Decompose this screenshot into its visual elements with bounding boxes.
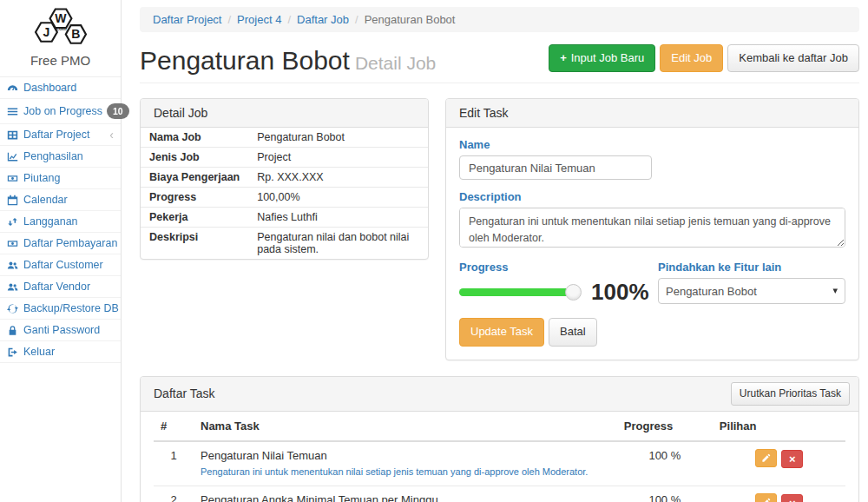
breadcrumb-link-project-4[interactable]: Project 4 <box>237 13 281 26</box>
sidebar-item-daftar-customer[interactable]: Daftar Customer <box>0 254 121 276</box>
input-job-baru-button[interactable]: + Input Job Baru <box>549 44 655 72</box>
batal-button[interactable]: Batal <box>549 318 597 346</box>
sidebar-item-label: Daftar Customer <box>23 259 103 271</box>
sidebar-item-piutang[interactable]: Piutang <box>0 168 121 189</box>
detail-job-panel: Detail Job Nama Job Pengaturan Bobot Jen… <box>140 98 429 260</box>
sidebar-item-label: Daftar Pembayaran <box>23 237 117 249</box>
detail-job-table: Nama Job Pengaturan Bobot Jenis Job Proj… <box>141 128 428 259</box>
money-icon <box>7 238 19 249</box>
users-icon <box>7 260 19 271</box>
sidebar-item-daftar-vendor[interactable]: Daftar Vendor <box>0 276 121 298</box>
detail-row: Jenis Job Project <box>141 148 428 168</box>
input-job-baru-label: Input Job Baru <box>571 50 645 66</box>
sidebar-item-label: Daftar Vendor <box>23 281 90 293</box>
sidebar-item-label: Langganan <box>23 215 78 228</box>
detail-label: Progress <box>141 188 248 208</box>
detail-label: Nama Job <box>141 128 248 148</box>
sidebar-item-dashboard[interactable]: Dashboard <box>0 77 121 99</box>
edit-job-button[interactable]: Edit Job <box>660 44 723 72</box>
lock-icon <box>7 325 19 336</box>
sidebar-item-penghasilan[interactable]: Penghasilan <box>0 146 121 168</box>
edit-task-panel: Edit Task Name Description Pengaturan in… <box>445 98 859 360</box>
task-actions: × <box>713 441 845 486</box>
description-label: Description <box>459 190 845 203</box>
sidebar-item-job-on-progress[interactable]: Job on Progress 10 <box>0 99 121 124</box>
detail-value: Rp. XXX.XXX <box>248 168 428 188</box>
edit-task-actions: Update Task Batal <box>459 318 845 346</box>
sidebar-item-langganan[interactable]: Langganan <box>0 211 121 233</box>
update-task-button[interactable]: Update Task <box>459 318 544 346</box>
task-description-textarea[interactable]: Pengaturan ini untuk menentukan nilai se… <box>459 208 845 248</box>
dashboard-icon <box>7 83 19 94</box>
task-description: Pengaturan ini untuk menentukan nilai se… <box>201 465 610 479</box>
sidebar-item-keluar[interactable]: Keluar <box>0 341 121 363</box>
main-content: Daftar Project/Project 4/Daftar Job/Peng… <box>122 0 868 502</box>
delete-task-row-button[interactable]: × <box>781 450 803 468</box>
sidebar-item-label: Keluar <box>23 346 55 358</box>
brand-name: Free PMO <box>0 53 121 68</box>
edit-task-row-button[interactable] <box>755 449 777 467</box>
col-header-pilihan: Pilihan <box>713 412 845 441</box>
name-label: Name <box>459 138 845 151</box>
kembali-ke-daftar-job-button[interactable]: Kembali ke daftar Job <box>727 44 859 72</box>
edit-task-form: Name Description Pengaturan ini untuk me… <box>446 128 858 359</box>
move-feature-select-wrap: Pengaturan Bobot ▾ <box>658 278 845 304</box>
col-header-num: # <box>154 412 194 441</box>
task-name-cell: Pengaturan Nilai Temuan Pengaturan ini u… <box>194 441 617 486</box>
move-feature-label: Pindahkan ke Fitur lain <box>658 261 845 274</box>
urutkan-prioritas-button-top[interactable]: Urutkan Prioritas Task <box>731 382 850 406</box>
close-icon: × <box>789 453 796 465</box>
detail-value: Pengaturan Bobot <box>248 128 428 148</box>
progress-percent-value: 100% <box>591 281 649 303</box>
job-count-badge: 10 <box>107 103 129 119</box>
detail-row: Pekerja Nafies Luthfi <box>141 208 428 228</box>
jwb-logo-icon: W J B .com <box>27 7 95 49</box>
svg-text:J: J <box>43 25 49 39</box>
progress-slider-handle[interactable] <box>565 284 582 301</box>
sidebar-item-ganti-password[interactable]: Ganti Password <box>0 320 121 341</box>
edit-task-row-button[interactable] <box>755 493 777 502</box>
close-icon: × <box>789 498 796 502</box>
daftar-task-heading: Daftar Task Urutkan Prioritas Task <box>141 377 858 412</box>
signout-icon <box>7 347 19 358</box>
detail-row: Biaya Pengerjaan Rp. XXX.XXX <box>141 168 428 188</box>
sidebar-item-daftar-pembayaran[interactable]: Daftar Pembayaran <box>0 233 121 254</box>
task-name: Pengaturan Nilai Temuan <box>201 449 610 462</box>
chart-line-icon <box>7 151 19 162</box>
sidebar-item-backup-restore[interactable]: Backup/Restore DB <box>0 298 121 320</box>
sidebar-item-label: Penghasilan <box>23 150 83 162</box>
sidebar-item-label: Job on Progress <box>23 105 102 117</box>
sidebar-menu: Dashboard Job on Progress 10 Daftar Proj… <box>0 76 121 363</box>
progress-column: Progress 100% <box>459 261 658 304</box>
sidebar-item-daftar-project[interactable]: Daftar Project ‹ <box>0 124 121 146</box>
tasks-icon <box>7 106 19 117</box>
task-progress: 100 % <box>617 485 713 502</box>
sidebar-item-calendar[interactable]: Calendar <box>0 189 121 211</box>
task-row: 1 Pengaturan Nilai Temuan Pengaturan ini… <box>154 441 845 486</box>
breadcrumb-separator: / <box>227 13 231 26</box>
breadcrumb-link-daftar-project[interactable]: Daftar Project <box>153 13 221 26</box>
breadcrumb-link-daftar-job[interactable]: Daftar Job <box>297 13 349 26</box>
delete-task-row-button[interactable]: × <box>781 494 803 502</box>
detail-row: Nama Job Pengaturan Bobot <box>141 128 428 148</box>
svg-text:.com: .com <box>55 26 66 31</box>
detail-value: Project <box>248 148 428 168</box>
page-header: Pengaturan BobotDetail Job + Input Job B… <box>140 44 859 83</box>
detail-job-panel-title: Detail Job <box>141 99 428 128</box>
sidebar-item-label: Ganti Password <box>23 324 100 336</box>
move-feature-select[interactable]: Pengaturan Bobot <box>658 278 845 304</box>
edit-task-panel-title: Edit Task <box>446 99 858 128</box>
detail-row: Deskripsi Pengaturan nilai dan bobot nil… <box>141 228 428 260</box>
page-subtitle: Detail Job <box>355 53 436 73</box>
refresh-icon <box>7 303 19 314</box>
page-title-text: Pengaturan Bobot <box>140 46 350 75</box>
detail-value: 100,00% <box>248 188 428 208</box>
task-name-input[interactable] <box>459 155 652 180</box>
move-column: Pindahkan ke Fitur lain Pengaturan Bobot… <box>658 261 845 304</box>
progress-slider[interactable] <box>459 288 574 296</box>
header-actions: + Input Job Baru Edit Job Kembali ke daf… <box>549 44 859 74</box>
daftar-task-title: Daftar Task <box>154 386 215 400</box>
repeat-icon <box>7 216 19 228</box>
detail-label: Biaya Pengerjaan <box>141 168 248 188</box>
daftar-task-body: # Nama Task Progress Pilihan 1 Pengatura… <box>141 412 858 502</box>
